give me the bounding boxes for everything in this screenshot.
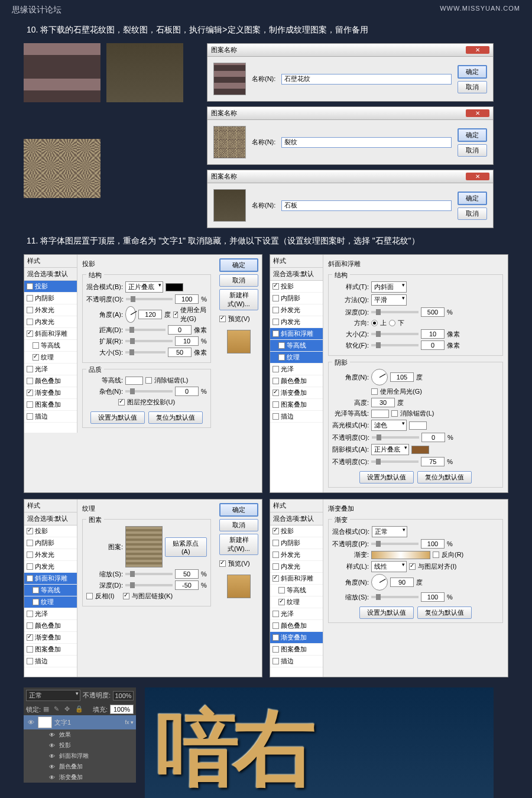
size-input[interactable] (168, 348, 192, 357)
angle-dial[interactable] (371, 369, 388, 385)
reverse-checkbox[interactable] (433, 552, 439, 558)
antialias-checkbox[interactable] (391, 410, 398, 417)
scale-slider[interactable] (371, 596, 419, 598)
lock-position-icon[interactable]: ✥ (64, 705, 73, 713)
fx-effects[interactable]: 👁效果 (24, 729, 136, 740)
name-input[interactable] (281, 200, 452, 211)
reset-default-button[interactable]: 复位为默认值 (417, 606, 472, 619)
shadow-mode-select[interactable]: 正片叠底 (371, 444, 409, 455)
shadow-opacity-input[interactable] (421, 457, 445, 466)
altitude-input[interactable] (371, 398, 395, 407)
gloss-contour[interactable] (371, 410, 389, 418)
ok-button[interactable]: 确定 (458, 65, 487, 79)
contour-picker[interactable] (125, 377, 143, 385)
direction-down-radio[interactable] (389, 320, 395, 326)
reset-default-button[interactable]: 复位为默认值 (417, 471, 472, 484)
technique-select[interactable]: 平滑 (371, 294, 407, 306)
gradient-picker[interactable] (371, 551, 430, 559)
gradient-style-select[interactable]: 线性 (371, 561, 407, 572)
blend-mode-select[interactable]: 正常 (372, 526, 407, 537)
highlight-opacity-input[interactable] (421, 433, 445, 442)
layer-text1[interactable]: 👁 文字1 fx ▾ (24, 715, 136, 729)
blend-options[interactable]: 混合选项:默认 (24, 268, 77, 281)
size-slider[interactable] (371, 333, 419, 335)
highlight-color[interactable] (409, 421, 427, 430)
style-contour[interactable]: 等高线 (24, 340, 77, 352)
cancel-button[interactable]: 取消 (458, 81, 487, 93)
style-inner-glow[interactable]: 内发光 (24, 316, 77, 328)
set-default-button[interactable]: 设置为默认值 (359, 606, 414, 619)
global-light-checkbox[interactable] (371, 388, 378, 395)
link-layer-checkbox[interactable] (123, 593, 129, 599)
cancel-button[interactable]: 取消 (219, 274, 258, 287)
depth-slider[interactable] (371, 311, 419, 313)
scale-input[interactable] (175, 569, 199, 579)
opacity-slider[interactable] (126, 298, 173, 300)
angle-input[interactable] (390, 578, 414, 587)
new-style-button[interactable]: 新建样式(W)... (219, 534, 258, 555)
knockout-checkbox[interactable] (118, 399, 125, 406)
noise-input[interactable] (175, 387, 199, 396)
set-default-button[interactable]: 设置为默认值 (359, 471, 414, 484)
cancel-button[interactable]: 取消 (219, 519, 258, 531)
style-color-overlay[interactable]: 颜色叠加 (24, 375, 77, 387)
highlight-opacity-slider[interactable] (372, 436, 419, 439)
noise-slider[interactable] (125, 390, 173, 392)
fx-color-overlay[interactable]: 👁颜色叠加 (24, 761, 136, 772)
name-input[interactable] (281, 74, 452, 85)
bevel-style-select[interactable]: 内斜面 (371, 281, 407, 293)
fx-gradient-overlay[interactable]: 👁渐变叠加 (24, 772, 136, 783)
style-stroke[interactable]: 描边 (24, 411, 77, 423)
global-light-checkbox[interactable] (173, 312, 178, 318)
style-drop-shadow[interactable]: 投影 (24, 281, 77, 293)
snap-origin-button[interactable]: 贴紧原点(A) (165, 537, 207, 557)
style-drop-shadow[interactable]: 投影 (270, 281, 323, 293)
fill-input[interactable] (110, 705, 134, 714)
ok-button[interactable]: 确定 (458, 192, 487, 205)
color-swatch[interactable] (166, 283, 183, 291)
style-bevel[interactable]: 斜面和浮雕 (24, 328, 77, 340)
depth-slider[interactable] (125, 584, 173, 586)
style-texture[interactable]: 纹理 (24, 352, 77, 364)
close-icon[interactable]: ✕ (466, 109, 489, 117)
soften-slider[interactable] (371, 344, 419, 346)
new-style-button[interactable]: 新建样式(W)... (219, 289, 258, 310)
angle-input[interactable] (390, 372, 414, 382)
style-bevel[interactable]: 斜面和浮雕 (270, 328, 323, 340)
name-input[interactable] (281, 137, 452, 148)
soften-input[interactable] (421, 340, 445, 350)
pattern-picker[interactable] (125, 526, 163, 567)
ok-button[interactable]: 确定 (458, 128, 487, 142)
opacity-input[interactable] (421, 539, 445, 549)
scale-slider[interactable] (125, 573, 173, 575)
size-slider[interactable] (125, 351, 166, 353)
close-icon[interactable]: ✕ (466, 173, 489, 180)
style-texture[interactable]: 纹理 (24, 596, 77, 608)
ok-button[interactable]: 确定 (219, 503, 258, 517)
visibility-icon[interactable]: 👁 (26, 719, 35, 726)
close-icon[interactable]: ✕ (466, 46, 489, 54)
fx-drop-shadow[interactable]: 👁投影 (24, 740, 136, 751)
style-outer-glow[interactable]: 外发光 (24, 304, 77, 316)
set-default-button[interactable]: 设置为默认值 (90, 411, 145, 424)
angle-input[interactable] (138, 310, 162, 319)
spread-slider[interactable] (125, 340, 173, 342)
style-gradient-overlay[interactable]: 渐变叠加 (24, 387, 77, 399)
blend-mode-select[interactable]: 正片叠底 (125, 281, 163, 293)
ok-button[interactable]: 确定 (219, 258, 258, 272)
invert-checkbox[interactable] (86, 593, 93, 599)
align-layer-checkbox[interactable] (409, 563, 416, 570)
cancel-button[interactable]: 取消 (458, 207, 487, 220)
reset-default-button[interactable]: 复位为默认值 (148, 411, 203, 424)
preview-checkbox[interactable] (219, 560, 226, 567)
blend-mode-select[interactable]: 正常 (26, 690, 80, 701)
spread-input[interactable] (175, 336, 199, 346)
distance-slider[interactable] (125, 329, 166, 331)
opacity-input[interactable] (113, 691, 134, 700)
style-satin[interactable]: 光泽 (24, 364, 77, 375)
highlight-mode-select[interactable]: 滤色 (371, 420, 407, 431)
opacity-input[interactable] (175, 294, 199, 304)
direction-up-radio[interactable] (371, 320, 378, 326)
angle-dial[interactable] (125, 306, 136, 323)
style-inner-shadow[interactable]: 内阴影 (24, 293, 77, 304)
